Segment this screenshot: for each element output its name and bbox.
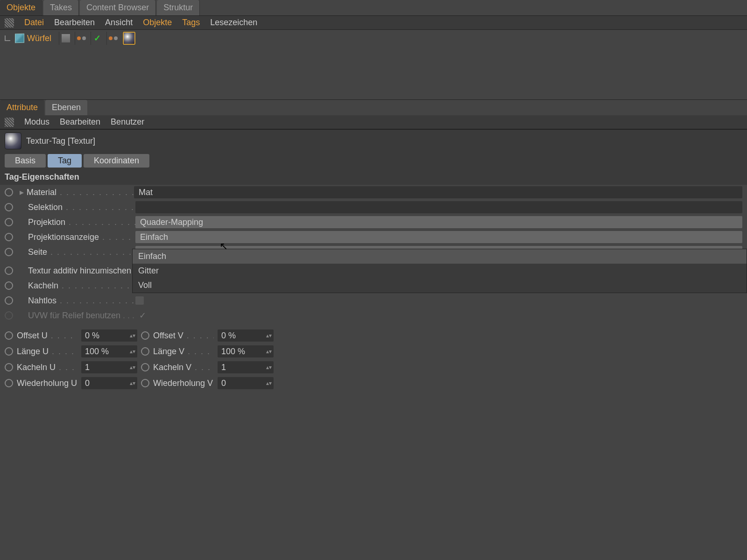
menu-ansicht[interactable]: Ansicht (105, 18, 133, 28)
object-manager-menu: Datei Bearbeiten Ansicht Objekte Tags Le… (0, 16, 747, 30)
tab-content-browser[interactable]: Content Browser (80, 0, 156, 15)
attribute-menu: Modus Bearbeiten Benutzer (0, 115, 747, 129)
field-laenge-u[interactable]: 100 %▴▾ (81, 345, 137, 357)
label-wiederholung-v: Wiederholung V (153, 378, 214, 388)
attribute-subtabs: Basis Tag Koordinaten (0, 152, 747, 169)
field-wiederholung-u[interactable]: 0▴▾ (81, 377, 137, 389)
spinner-icon[interactable]: ▴▾ (130, 334, 135, 337)
dots-tag[interactable] (106, 32, 120, 45)
checkbox-uvw-relief: ✓ (138, 311, 147, 320)
menu-objekte[interactable]: Objekte (143, 18, 172, 28)
spinner-icon[interactable]: ▴▾ (130, 350, 135, 353)
top-tab-bar: Objekte Takes Content Browser Struktur (0, 0, 747, 16)
tab-takes[interactable]: Takes (43, 0, 79, 15)
expand-arrow-icon[interactable]: ▸ (20, 187, 24, 197)
object-name[interactable]: Würfel (27, 34, 51, 43)
keyframe-ring[interactable] (5, 248, 13, 256)
menu-benutzer[interactable]: Benutzer (111, 117, 144, 127)
keyframe-ring[interactable] (5, 296, 13, 305)
label-selektion: Selektion (28, 203, 135, 212)
keyframe-ring[interactable] (141, 347, 149, 356)
menu-lesezeichen[interactable]: Lesezeichen (210, 18, 257, 28)
keyframe-ring[interactable] (5, 218, 13, 226)
object-hierarchy: Würfel ✓ (0, 30, 747, 100)
keyframe-ring[interactable] (5, 379, 13, 387)
object-row[interactable]: Würfel ✓ (0, 30, 747, 47)
dropdown-item-voll[interactable]: Voll (133, 278, 747, 293)
subtab-basis[interactable]: Basis (5, 154, 46, 168)
keyframe-ring[interactable] (5, 363, 13, 371)
keyframe-ring[interactable] (5, 281, 13, 290)
menu-bearbeiten-attr[interactable]: Bearbeiten (60, 117, 100, 127)
keyframe-ring[interactable] (5, 347, 13, 356)
menu-datei[interactable]: Datei (24, 18, 44, 28)
label-projektion: Projektion (28, 217, 135, 227)
field-kacheln-v[interactable]: 1▴▾ (218, 361, 274, 373)
grid-icon (5, 18, 14, 28)
menu-bearbeiten[interactable]: Bearbeiten (54, 18, 95, 28)
spinner-icon[interactable]: ▴▾ (266, 334, 272, 337)
menu-tags[interactable]: Tags (182, 18, 200, 28)
keyframe-ring[interactable] (5, 331, 13, 340)
row-wiederholung: Wiederholung U 0▴▾ Wiederholung V 0▴▾ (0, 375, 747, 391)
keyframe-ring[interactable] (141, 331, 149, 340)
select-projektionsanzeige[interactable]: Einfach (135, 231, 742, 243)
tab-attribute[interactable]: Attribute (0, 100, 44, 115)
field-laenge-v[interactable]: 100 %▴▾ (218, 345, 274, 357)
texture-thumb-icon (5, 133, 21, 149)
subtab-tag[interactable]: Tag (48, 154, 82, 168)
keyframe-ring[interactable] (5, 233, 13, 241)
keyframe-ring[interactable] (5, 188, 13, 196)
tab-ebenen[interactable]: Ebenen (45, 100, 87, 115)
attribute-title: Textur-Tag [Textur] (26, 136, 95, 146)
field-material[interactable]: Mat (134, 186, 742, 198)
spinner-icon[interactable]: ▴▾ (130, 381, 135, 385)
select-projektion[interactable]: Quader-Mapping (135, 216, 742, 228)
prop-uvw-relief: UVW für Relief benutzen . . . ✓ (0, 308, 747, 323)
field-kacheln-u[interactable]: 1▴▾ (81, 361, 137, 373)
section-title: Tag-Eigenschaften (0, 169, 747, 185)
label-laenge-u: Länge U (17, 347, 78, 357)
prop-material: ▸ Material Mat (0, 185, 747, 200)
grid-icon (5, 118, 14, 127)
prop-selektion: Selektion (0, 200, 747, 215)
spinner-icon[interactable]: ▴▾ (266, 365, 272, 369)
tab-struktur[interactable]: Struktur (157, 0, 200, 15)
cube-icon (15, 34, 24, 43)
layer-tag[interactable] (59, 32, 72, 45)
label-uvw-relief: UVW für Relief benutzen . . . (28, 311, 138, 321)
keyframe-ring[interactable] (5, 266, 13, 275)
spinner-icon[interactable]: ▴▾ (266, 381, 272, 385)
visibility-dots[interactable] (75, 32, 88, 45)
field-wiederholung-v[interactable]: 0▴▾ (218, 377, 274, 389)
subtab-koordinaten[interactable]: Koordinaten (84, 154, 149, 168)
dropdown-projektionsanzeige: Einfach Gitter Voll (132, 249, 747, 293)
row-kacheln-uv: Kacheln U 1▴▾ Kacheln V 1▴▾ (0, 359, 747, 375)
field-offset-v[interactable]: 0 %▴▾ (218, 329, 274, 342)
label-kacheln: Kacheln (28, 281, 135, 291)
field-selektion[interactable] (135, 201, 742, 213)
keyframe-ring[interactable] (141, 363, 149, 371)
menu-modus[interactable]: Modus (24, 117, 49, 127)
keyframe-ring[interactable] (5, 311, 13, 320)
tree-branch-icon (5, 35, 10, 41)
label-offset-u: Offset U (17, 331, 78, 341)
field-offset-u[interactable]: 0 %▴▾ (81, 329, 137, 342)
label-nahtlos: Nahtlos (28, 296, 135, 306)
checkbox-nahtlos[interactable] (135, 296, 144, 305)
attribute-tab-bar: Attribute Ebenen (0, 100, 747, 115)
keyframe-ring[interactable] (5, 203, 13, 211)
row-offset: Offset U 0 %▴▾ Offset V 0 %▴▾ (0, 328, 747, 343)
row-laenge: Länge U 100 %▴▾ Länge V 100 %▴▾ (0, 343, 747, 359)
label-offset-v: Offset V (153, 331, 214, 341)
spinner-icon[interactable]: ▴▾ (130, 365, 135, 369)
enable-check[interactable]: ✓ (91, 32, 104, 45)
label-seite: Seite (28, 247, 135, 257)
tab-objekte[interactable]: Objekte (0, 0, 42, 15)
keyframe-ring[interactable] (141, 379, 149, 387)
spinner-icon[interactable]: ▴▾ (266, 350, 272, 353)
label-kacheln-v: Kacheln V (153, 363, 214, 372)
dropdown-item-gitter[interactable]: Gitter (133, 264, 747, 278)
material-tag[interactable] (122, 32, 135, 45)
dropdown-item-einfach[interactable]: Einfach (133, 249, 747, 264)
